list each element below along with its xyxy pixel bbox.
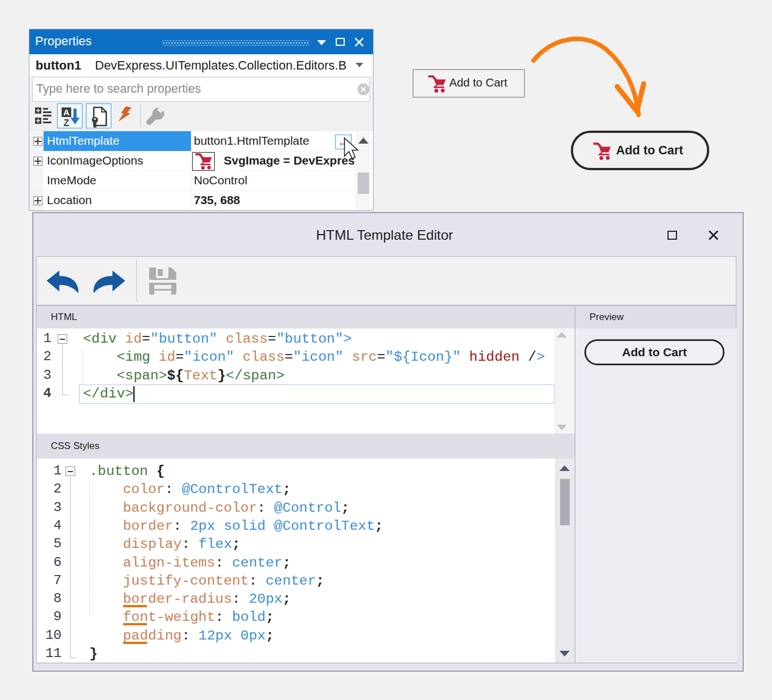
svg-text:A: A xyxy=(63,107,70,117)
svg-text:Z: Z xyxy=(64,118,70,128)
